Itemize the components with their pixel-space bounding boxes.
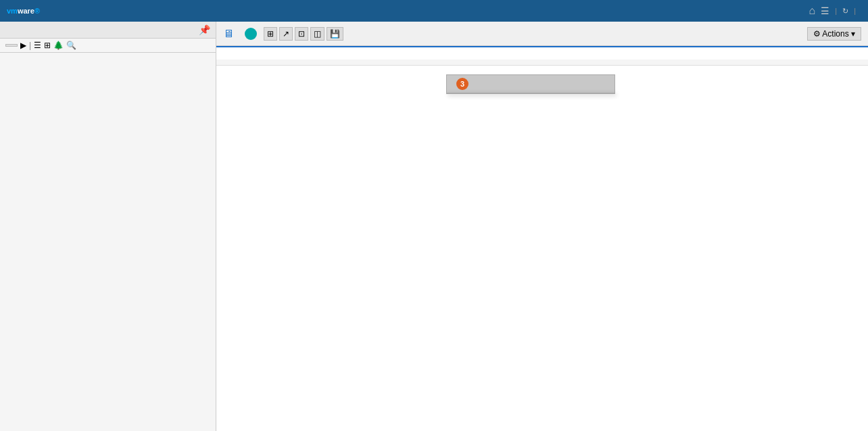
gear-icon: ⚙ <box>813 29 821 39</box>
back-button[interactable] <box>5 44 18 47</box>
context-menu <box>446 93 615 94</box>
detail-view-icon[interactable]: ⊞ <box>44 41 51 50</box>
pin-icon[interactable]: 📌 <box>199 24 210 35</box>
tree-area <box>0 53 216 431</box>
obj-icon-1[interactable]: ⊞ <box>264 27 277 41</box>
nav-sep: | <box>29 41 31 50</box>
ctx-badge: 3 <box>456 78 468 90</box>
menu-icon[interactable]: ☰ <box>821 5 829 16</box>
object-badge <box>245 28 257 40</box>
host-object-icon: 🖥 <box>223 28 234 40</box>
forward-icon[interactable]: ▶ <box>20 41 26 50</box>
datastores-section <box>216 47 868 60</box>
tree-view-icon[interactable]: 🌲 <box>53 41 64 50</box>
header-icons: ⌂ ☰ | ↻ | <box>809 5 861 17</box>
list-view-icon[interactable]: ☰ <box>34 41 41 50</box>
navigator-toolbar: ▶ | ☰ ⊞ 🌲 🔍 <box>0 39 216 53</box>
home-icon[interactable]: ⌂ <box>809 5 816 17</box>
main-layout: 📌 ▶ | ☰ ⊞ 🌲 🔍 🖥 ⊞ ↗ ⊡ ◫ 💾 <box>0 22 868 431</box>
obj-icon-5[interactable]: 💾 <box>327 27 343 41</box>
navigator-header: 📌 <box>0 22 216 39</box>
navigator-panel: 📌 ▶ | ☰ ⊞ 🌲 🔍 <box>0 22 216 431</box>
context-menu-title: 3 <box>446 74 615 93</box>
obj-icon-3[interactable]: ⊡ <box>295 27 308 41</box>
obj-icon-4[interactable]: ◫ <box>310 27 324 41</box>
vmware-logo: vmware® <box>7 7 40 15</box>
search-nav-icon[interactable]: 🔍 <box>66 41 76 50</box>
refresh-icon[interactable]: ↻ <box>842 7 848 16</box>
app-header: vmware® ⌂ ☰ | ↻ | <box>0 0 868 22</box>
right-panel: 🖥 ⊞ ↗ ⊡ ◫ 💾 ⚙ Actions ▾ <box>216 22 868 431</box>
datastores-toolbar <box>216 60 868 66</box>
obj-icon-2[interactable]: ↗ <box>279 27 293 41</box>
object-header: 🖥 ⊞ ↗ ⊡ ◫ 💾 ⚙ Actions ▾ <box>216 22 868 46</box>
context-menu-container: 3 <box>446 74 615 94</box>
actions-dropdown-button[interactable]: ⚙ Actions ▾ <box>807 27 861 41</box>
content-area: 3 <box>216 47 868 431</box>
object-toolbar-icons: ⊞ ↗ ⊡ ◫ 💾 <box>264 27 343 41</box>
